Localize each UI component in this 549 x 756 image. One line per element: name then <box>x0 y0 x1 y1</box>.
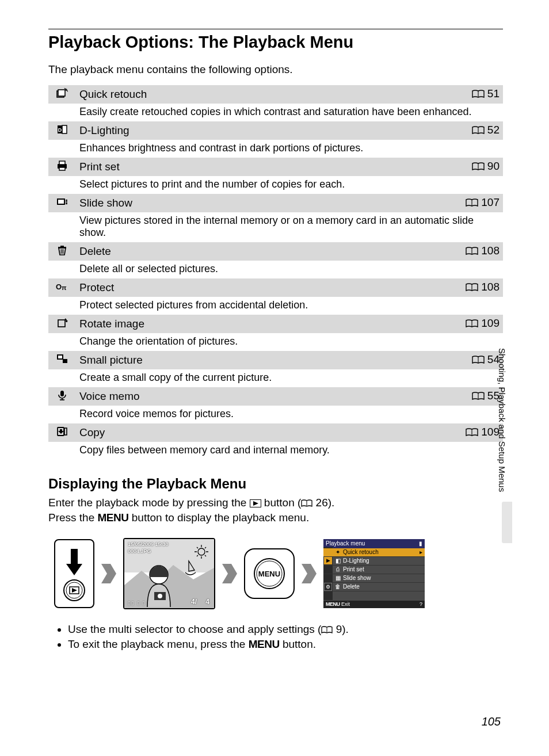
lcd-status-icons: ▯▯ ▯ ▯ <box>128 600 146 606</box>
svg-rect-21 <box>58 247 66 249</box>
arrow-icon <box>302 564 317 583</box>
menu-item-label: Quick retouch <box>76 85 450 104</box>
svg-rect-17 <box>66 200 67 201</box>
svg-point-58 <box>158 594 162 598</box>
svg-marker-47 <box>66 564 82 575</box>
menu-item-icon: D <box>48 121 76 140</box>
svg-line-5 <box>67 90 68 91</box>
playback-menu-table: Quick retouch 51Easily create retouched … <box>48 85 503 460</box>
section-subtitle: Displaying the Playback Menu <box>48 476 503 492</box>
menu-item-label: Voice memo <box>76 387 450 406</box>
menu-screen-foot-menu: MENU <box>326 601 340 607</box>
menu-item-desc-row: Enhances brightness and contrast in dark… <box>48 140 503 158</box>
menu-item-icon <box>48 85 76 104</box>
menu-item-desc: Record voice memos for pictures. <box>76 406 503 423</box>
side-section-label: Shooting, Playback and Setup Menus <box>496 311 508 529</box>
menu-item-row: Quick retouch 51 <box>48 85 503 104</box>
menu-item-desc: Protect selected pictures from accidenta… <box>76 297 503 315</box>
svg-marker-52 <box>101 564 116 583</box>
menu-item-row: Rotate image 109 <box>48 315 503 333</box>
menu-item-icon <box>48 315 76 333</box>
arrow-icon <box>101 564 116 583</box>
menu-item-pageref: 108 <box>450 242 503 261</box>
menu-item-pageref: 55 <box>450 387 503 406</box>
menu-item-desc-row: Protect selected pictures from accidenta… <box>48 297 503 315</box>
svg-rect-37 <box>60 391 64 396</box>
book-ref-icon <box>301 498 312 510</box>
svg-text:D: D <box>58 127 62 133</box>
menu-item-row: Voice memo 55 <box>48 387 503 406</box>
svg-rect-19 <box>66 203 67 204</box>
menu-item-label: Print set <box>76 158 450 176</box>
battery-icon: ▮ <box>419 540 422 547</box>
menu-button-label: MENU <box>98 511 129 524</box>
menu-item-desc-row: Copy files between memory card and inter… <box>48 442 503 460</box>
menu-item-desc: Easily create retouched copies in which … <box>76 104 503 121</box>
lcd-preview-panel: 15/05/2009 15:30 0004.JPG 4/ 4 ▯▯ ▯ ▯ <box>123 538 215 609</box>
lcd-filename: 0004.JPG <box>128 548 151 554</box>
down-arrow-icon <box>63 549 86 578</box>
menu-screen-row: ▦Slide show <box>323 574 425 583</box>
menu-item-desc-row: Easily create retouched copies in which … <box>48 104 503 121</box>
menu-item-row: Print set 90 <box>48 158 503 176</box>
menu-item-row: Small picture 54 <box>48 351 503 369</box>
menu-item-pageref: 52 <box>450 121 503 140</box>
menu-item-pageref: 90 <box>450 158 503 176</box>
book-ref-icon <box>321 624 333 637</box>
menu-item-pageref: 108 <box>450 278 503 297</box>
svg-marker-73 <box>302 564 317 583</box>
menu-item-pageref: 109 <box>450 315 503 333</box>
svg-text:O: O <box>56 282 62 291</box>
svg-rect-12 <box>59 161 65 165</box>
menu-item-desc: Enhances brightness and contrast in dark… <box>76 140 503 158</box>
instruction-diagram: 15/05/2009 15:30 0004.JPG 4/ 4 ▯▯ ▯ ▯ ME… <box>54 538 503 609</box>
menu-item-desc-row: View pictures stored in the internal mem… <box>48 212 503 242</box>
bullet-item: To exit the playback menu, press the MEN… <box>68 638 503 651</box>
menu-item-icon <box>48 423 76 442</box>
svg-rect-13 <box>59 167 65 170</box>
menu-item-desc-row: Change the orientation of pictures. <box>48 333 503 351</box>
arrow-icon <box>222 564 237 583</box>
menu-item-label: Protect <box>76 278 450 297</box>
svg-line-4 <box>64 88 66 89</box>
svg-rect-8 <box>62 125 67 133</box>
menu-item-pageref: 107 <box>450 194 503 212</box>
svg-rect-22 <box>60 246 64 247</box>
svg-text:MENU: MENU <box>258 570 280 578</box>
menu-item-label: Small picture <box>76 351 450 369</box>
menu-item-pageref: 54 <box>450 351 503 369</box>
menu-item-pageref: 109 <box>450 423 503 442</box>
menu-item-pageref: 51 <box>450 85 503 104</box>
playback-menu-screen: Playback menu ▮ ▶ ⚙ ✦Quick retouch▸◧D-Li… <box>323 539 425 608</box>
playback-button-panel <box>54 539 94 608</box>
help-icon: ? <box>420 601 422 608</box>
svg-text:π: π <box>62 284 67 291</box>
menu-item-icon <box>48 242 76 261</box>
menu-item-label: D-Lighting <box>76 121 450 140</box>
svg-rect-35 <box>63 359 67 363</box>
svg-rect-42 <box>64 428 67 435</box>
menu-item-label: Copy <box>76 423 450 442</box>
lcd-count-total: 4 <box>205 598 209 606</box>
svg-rect-30 <box>58 320 65 327</box>
svg-marker-51 <box>72 588 77 593</box>
menu-item-row: Delete 108 <box>48 242 503 261</box>
svg-rect-34 <box>58 356 62 358</box>
menu-item-label: Rotate image <box>76 315 450 333</box>
menu-screen-row: 🗑Delete <box>323 583 425 591</box>
instruction-line-2: Press the MENU button to display the pla… <box>48 511 503 524</box>
menu-item-icon <box>48 158 76 176</box>
menu-item-desc: Create a small copy of the current pictu… <box>76 369 503 387</box>
menu-item-desc-row: Select pictures to print and the number … <box>48 176 503 194</box>
menu-item-desc-row: Record voice memos for pictures. <box>48 406 503 423</box>
menu-button-label: MENU <box>249 638 280 650</box>
lcd-count-current: 4/ <box>191 598 197 606</box>
menu-button-panel: MENU <box>244 548 295 599</box>
menu-item-row: Slide show 107 <box>48 194 503 212</box>
menu-item-desc: Change the orientation of pictures. <box>76 333 503 351</box>
lcd-date: 15/05/2009 15:30 <box>128 541 169 547</box>
intro-text: The playback menu contains the following… <box>48 63 503 76</box>
menu-screen-row: ✦Quick retouch▸ <box>323 548 425 557</box>
menu-item-label: Delete <box>76 242 450 261</box>
menu-item-desc: Select pictures to print and the number … <box>76 176 503 194</box>
